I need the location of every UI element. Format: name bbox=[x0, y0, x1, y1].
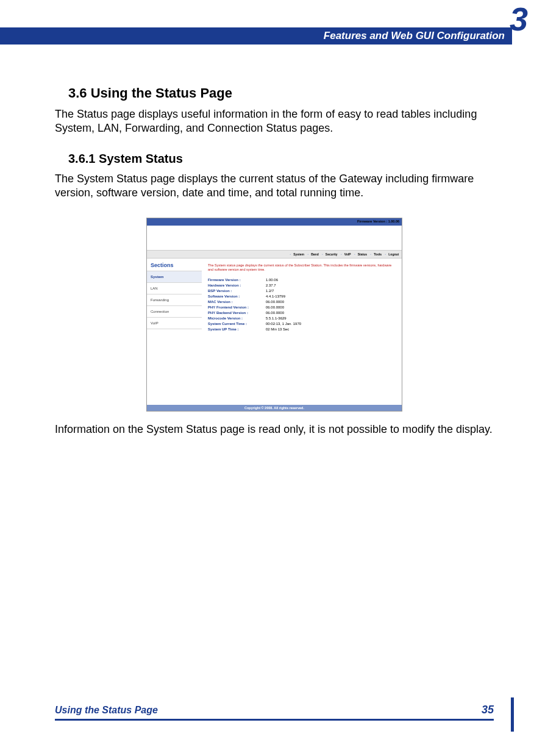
kv-value: 4.4.1-13799 bbox=[266, 294, 285, 298]
table-row: PHY Backend Version :06.00.0000 bbox=[208, 311, 396, 315]
kv-key: System Current Time : bbox=[208, 322, 266, 326]
section-outro: Information on the System Status page is… bbox=[55, 423, 494, 437]
chapter-number: 3 bbox=[510, 0, 528, 38]
content-area: 3.6 Using the Status Page The Status pag… bbox=[55, 85, 494, 437]
table-row: BSP Version :1.2/7 bbox=[208, 289, 396, 293]
kv-key: BSP Version : bbox=[208, 289, 266, 293]
kv-key: Hardware Version : bbox=[208, 284, 266, 287]
kv-key: PHY Backend Version : bbox=[208, 311, 266, 315]
sidebar-item-voip[interactable]: VoIP bbox=[147, 317, 202, 329]
kv-value: 06.00.0000 bbox=[266, 300, 284, 304]
header-bar: Features and Web GUI Configuration bbox=[0, 27, 512, 45]
kv-value: 00:02:13, 1 Jan. 1970 bbox=[266, 322, 301, 326]
ss-body: Sections System LAN Forwarding Connectio… bbox=[147, 259, 402, 405]
ss-logo-area bbox=[147, 226, 402, 250]
kv-key: MAC Version : bbox=[208, 300, 266, 304]
kv-key: Firmware Version : bbox=[208, 278, 266, 282]
ss-sidebar: Sections System LAN Forwarding Connectio… bbox=[147, 259, 202, 405]
ss-menubar: ◦System ◦Band ◦Security ◦VoIP ◦Status ◦T… bbox=[147, 250, 402, 259]
kv-value: 1.00.06 bbox=[266, 278, 278, 282]
table-row: Hardware Version :2.37.7 bbox=[208, 284, 396, 287]
table-row: Software Version :4.4.1-13799 bbox=[208, 294, 396, 298]
ss-sections-title: Sections bbox=[147, 259, 202, 271]
ss-note: The System status page displays the curr… bbox=[208, 263, 396, 272]
ss-main: The System status page displays the curr… bbox=[202, 259, 402, 405]
kv-value: 5.5.1.1-3629 bbox=[266, 316, 287, 320]
menu-item[interactable]: System bbox=[293, 252, 304, 256]
embedded-screenshot: Firmware Version : 1.00.06 ◦System ◦Band… bbox=[146, 218, 402, 412]
right-edge-accent bbox=[511, 697, 514, 732]
sidebar-item-connection[interactable]: Connection bbox=[147, 305, 202, 317]
header-title: Features and Web GUI Configuration bbox=[324, 30, 505, 42]
menu-item[interactable]: VoIP bbox=[344, 252, 351, 256]
kv-value: 1.2/7 bbox=[266, 289, 274, 293]
ss-topbar: Firmware Version : 1.00.06 bbox=[147, 218, 402, 226]
section-heading: 3.6 Using the Status Page bbox=[68, 85, 494, 101]
kv-key: Software Version : bbox=[208, 294, 266, 298]
table-row: System UP Time :02 Min 13 Sec bbox=[208, 327, 396, 331]
subsection-heading: 3.6.1 System Status bbox=[68, 152, 494, 166]
ss-firmware-label: Firmware Version : 1.00.06 bbox=[357, 219, 399, 223]
kv-value: 2.37.7 bbox=[266, 284, 276, 287]
footer-page-number: 35 bbox=[482, 704, 494, 716]
menu-item[interactable]: Logout bbox=[388, 252, 399, 256]
menu-item[interactable]: Tools bbox=[374, 252, 382, 256]
table-row: MAC Version :06.00.0000 bbox=[208, 300, 396, 304]
menu-item[interactable]: Security bbox=[326, 252, 338, 256]
sidebar-item-system[interactable]: System bbox=[147, 271, 202, 282]
sidebar-item-lan[interactable]: LAN bbox=[147, 282, 202, 294]
sidebar-item-forwarding[interactable]: Forwarding bbox=[147, 294, 202, 305]
menu-item[interactable]: Band bbox=[311, 252, 319, 256]
table-row: PHY Frontend Version :06.00.0000 bbox=[208, 305, 396, 309]
section-intro: The Status page displays useful informat… bbox=[55, 107, 494, 135]
page-footer: Using the Status Page 35 bbox=[55, 704, 494, 721]
table-row: Microcode Version :5.5.1.1-3629 bbox=[208, 316, 396, 320]
ss-copyright: Copyright © 2008. All rights reserved. bbox=[147, 405, 402, 411]
kv-value: 06.00.0000 bbox=[266, 311, 284, 315]
footer-title: Using the Status Page bbox=[55, 705, 158, 716]
kv-key: PHY Frontend Version : bbox=[208, 305, 266, 309]
table-row: System Current Time :00:02:13, 1 Jan. 19… bbox=[208, 322, 396, 326]
kv-key: System UP Time : bbox=[208, 327, 266, 331]
kv-value: 02 Min 13 Sec bbox=[266, 327, 289, 331]
kv-value: 06.00.0000 bbox=[266, 305, 284, 309]
table-row: Firmware Version :1.00.06 bbox=[208, 278, 396, 282]
subsection-intro: The System Status page displays the curr… bbox=[55, 172, 494, 199]
kv-key: Microcode Version : bbox=[208, 316, 266, 320]
menu-item[interactable]: Status bbox=[358, 252, 367, 256]
